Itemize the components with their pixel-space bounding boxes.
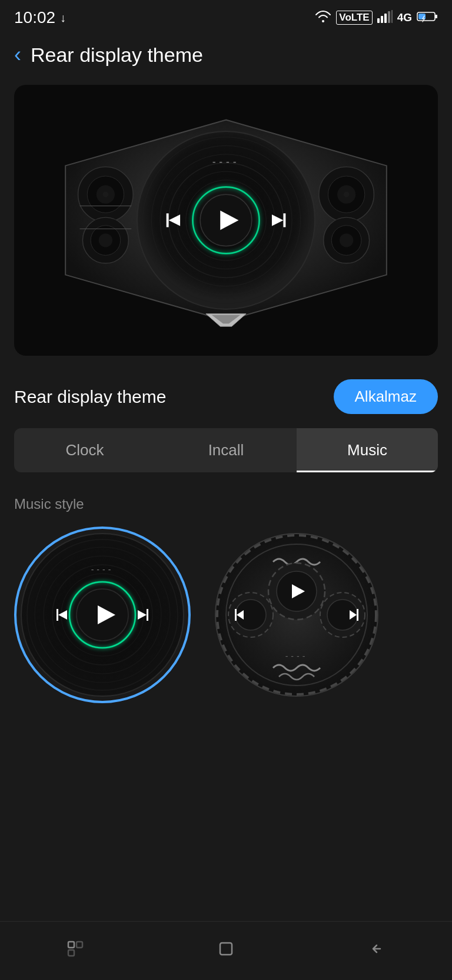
svg-rect-57	[147, 609, 148, 621]
gear-preview: ----	[214, 532, 379, 697]
svg-text:----: ----	[285, 651, 308, 661]
svg-rect-75	[68, 950, 74, 956]
svg-rect-38	[167, 213, 169, 227]
svg-rect-76	[220, 943, 232, 955]
preview-svg: ----	[52, 108, 400, 332]
tab-clock[interactable]: Clock	[14, 428, 155, 472]
svg-rect-0	[377, 18, 380, 23]
volte-icon: VoLTE	[336, 11, 372, 25]
status-time: 10:02 ↓	[14, 8, 66, 27]
network-type-icon: 4G	[397, 11, 412, 24]
tabs-container: Clock Incall Music	[14, 428, 438, 472]
time-display: 10:02	[14, 8, 55, 27]
tab-music[interactable]: Music	[297, 428, 438, 472]
apply-button[interactable]: Alkalmaz	[334, 379, 438, 414]
svg-rect-6	[435, 15, 437, 18]
svg-text:----: ----	[212, 156, 240, 168]
vinyl-preview: ----	[20, 532, 185, 697]
svg-rect-1	[381, 16, 383, 23]
bottom-navigation	[0, 921, 452, 980]
svg-point-24	[340, 233, 353, 247]
signal-icon	[377, 10, 393, 25]
theme-options: ----	[0, 527, 452, 703]
svg-rect-73	[68, 942, 74, 948]
svg-point-12	[103, 191, 109, 197]
svg-rect-2	[384, 14, 387, 23]
svg-point-21	[344, 191, 350, 197]
status-bar: 10:02 ↓ VoLTE 4G	[0, 0, 452, 33]
music-style-label: Music style	[0, 490, 452, 527]
wifi-icon	[315, 9, 331, 26]
svg-rect-68	[357, 609, 358, 621]
page-header: ‹ Rear display theme	[0, 33, 452, 79]
preview-inner: ----	[14, 85, 438, 356]
svg-point-15	[99, 233, 112, 247]
svg-text:----: ----	[91, 565, 114, 574]
gear-theme-option[interactable]: ----	[208, 527, 385, 703]
home-button[interactable]	[192, 929, 260, 974]
download-icon: ↓	[60, 11, 66, 25]
svg-rect-55	[56, 609, 58, 621]
recents-button[interactable]	[41, 929, 109, 974]
svg-rect-3	[388, 11, 390, 23]
section-title: Rear display theme	[14, 387, 166, 407]
theme-preview: ----	[14, 85, 438, 356]
svg-rect-64	[235, 609, 237, 621]
status-icons: VoLTE 4G	[315, 9, 438, 26]
back-nav-button[interactable]	[343, 929, 411, 974]
tab-incall[interactable]: Incall	[155, 428, 297, 472]
svg-rect-40	[283, 213, 285, 227]
vinyl-theme-option[interactable]: ----	[14, 527, 191, 703]
svg-rect-4	[391, 10, 393, 23]
section-row: Rear display theme Alkalmaz	[0, 373, 452, 428]
back-button[interactable]: ‹	[14, 42, 21, 67]
battery-icon	[417, 11, 438, 25]
page-title: Rear display theme	[31, 44, 203, 67]
svg-rect-74	[77, 942, 82, 948]
